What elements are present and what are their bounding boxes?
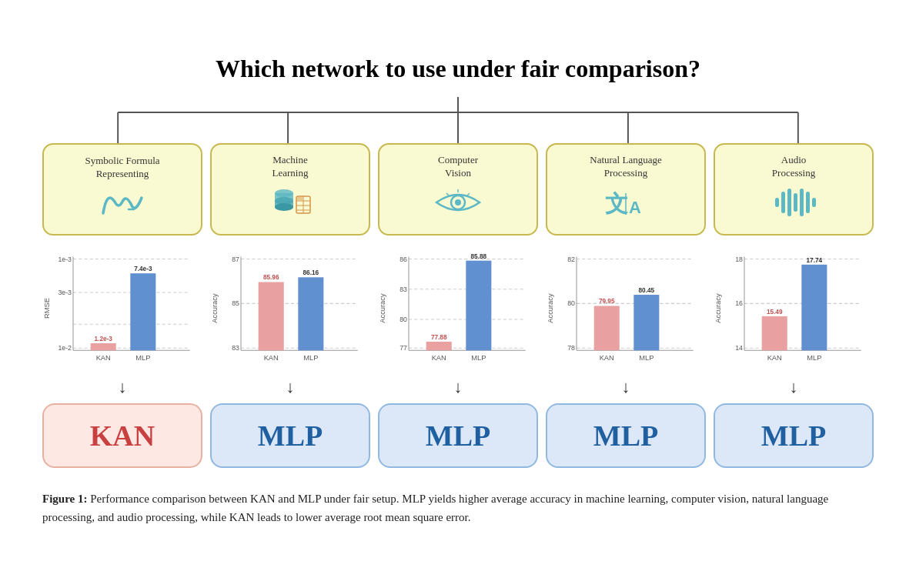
svg-text:17.74: 17.74 <box>807 256 823 263</box>
svg-text:18: 18 <box>735 255 743 262</box>
mlp-bar-1 <box>130 273 155 350</box>
mlp-bar-3 <box>466 260 491 350</box>
category-audio-title: AudioProcessing <box>772 154 815 180</box>
results-row: KAN MLP MLP MLP MLP <box>42 403 874 468</box>
svg-text:85: 85 <box>232 299 239 307</box>
symbolic-icon <box>99 186 145 223</box>
category-nlp-title: Natural LanguageProcessing <box>590 154 661 180</box>
chart-symbolic: RMSE 1e-3 3e-3 1e-2 <box>42 245 202 368</box>
svg-text:文: 文 <box>605 191 628 216</box>
chart-audio: Accuracy 18 16 14 15.49 17.74 KAN MLP <box>714 245 874 368</box>
category-symbolic-title: Symbolic FormulaRepresenting <box>85 155 159 181</box>
svg-text:KAN: KAN <box>600 353 614 361</box>
svg-text:15.49: 15.49 <box>767 308 783 315</box>
main-title: Which network to use under fair comparis… <box>42 55 874 83</box>
svg-text:79.95: 79.95 <box>599 298 615 305</box>
svg-text:Accuracy: Accuracy <box>547 293 554 323</box>
chart-cv: Accuracy 86 83 80 77 77.88 85.88 <box>378 245 538 368</box>
svg-text:16: 16 <box>735 299 743 307</box>
chart-nlp: Accuracy 82 80 78 79.95 80.45 KAN MLP <box>546 245 706 368</box>
svg-text:1e-2: 1e-2 <box>58 344 72 352</box>
svg-text:MLP: MLP <box>807 353 821 361</box>
kan-bar-4 <box>594 306 620 350</box>
chart-ml: Accuracy 87 85 83 85.96 86.16 KAN MLP <box>210 245 370 368</box>
result-mlp-2: MLP <box>378 403 538 468</box>
svg-text:KAN: KAN <box>264 353 279 361</box>
svg-text:1.2e-3: 1.2e-3 <box>95 335 113 342</box>
svg-rect-29 <box>794 193 797 212</box>
svg-text:85.96: 85.96 <box>263 274 279 281</box>
caption-text: Performance comparison between KAN and M… <box>42 493 828 523</box>
svg-text:1e-3: 1e-3 <box>58 255 72 262</box>
svg-rect-26 <box>775 198 779 207</box>
svg-text:77: 77 <box>399 344 407 352</box>
kan-bar-2 <box>259 282 284 350</box>
svg-rect-17 <box>297 197 303 200</box>
charts-row: RMSE 1e-3 3e-3 1e-2 <box>42 245 874 368</box>
mlp-bar-4 <box>634 295 659 350</box>
svg-text:RMSE: RMSE <box>43 298 51 319</box>
arrow-2: ↓ <box>210 377 370 397</box>
svg-rect-32 <box>812 198 816 207</box>
svg-text:Accuracy: Accuracy <box>714 293 722 323</box>
result-kan: KAN <box>42 403 202 468</box>
category-cv-title: ComputerVision <box>438 154 478 180</box>
svg-text:3e-3: 3e-3 <box>58 289 72 296</box>
svg-text:80: 80 <box>399 316 407 323</box>
kan-bar-5 <box>762 316 787 349</box>
svg-text:87: 87 <box>232 255 239 262</box>
svg-text:82: 82 <box>567 255 575 262</box>
svg-rect-31 <box>806 192 810 213</box>
svg-text:KAN: KAN <box>96 353 111 361</box>
svg-text:MLP: MLP <box>471 353 486 361</box>
svg-text:14: 14 <box>735 344 743 352</box>
categories-row: Symbolic FormulaRepresenting MachineLear… <box>42 143 874 236</box>
svg-line-21 <box>446 193 449 195</box>
svg-text:Accuracy: Accuracy <box>211 293 219 323</box>
category-symbolic: Symbolic FormulaRepresenting <box>42 143 202 236</box>
svg-text:Accuracy: Accuracy <box>379 293 386 323</box>
svg-text:80: 80 <box>567 299 575 307</box>
figure-caption: Figure 1: Performance comparison between… <box>42 489 874 526</box>
result-mlp-3: MLP <box>546 403 706 468</box>
svg-text:83: 83 <box>232 344 239 352</box>
svg-point-11 <box>275 203 293 211</box>
arrow-1: ↓ <box>42 377 202 397</box>
svg-text:83: 83 <box>399 285 407 292</box>
arrow-4: ↓ <box>546 377 706 397</box>
svg-text:A: A <box>629 198 641 217</box>
svg-text:85.88: 85.88 <box>471 252 487 259</box>
category-ml: MachineLearning <box>210 143 370 236</box>
arrow-3: ↓ <box>378 377 538 397</box>
category-cv: ComputerVision <box>378 143 538 236</box>
svg-text:MLP: MLP <box>639 353 654 361</box>
svg-text:80.45: 80.45 <box>639 286 655 293</box>
main-container: Which network to use under fair comparis… <box>19 39 897 550</box>
svg-text:MLP: MLP <box>303 353 318 361</box>
kan-bar-1 <box>91 343 116 350</box>
nlp-icon: 文 A <box>603 185 649 224</box>
svg-text:86: 86 <box>399 255 407 262</box>
svg-point-19 <box>455 199 461 205</box>
svg-rect-30 <box>800 189 804 216</box>
mlp-bar-2 <box>298 277 323 350</box>
audio-icon <box>769 185 818 224</box>
tree-connector <box>42 97 874 143</box>
caption-label: Figure 1: <box>42 493 87 505</box>
cv-icon <box>433 185 483 224</box>
svg-line-22 <box>467 193 470 195</box>
svg-rect-28 <box>787 189 791 216</box>
mlp-bar-5 <box>801 264 827 349</box>
kan-bar-3 <box>426 341 452 349</box>
svg-text:78: 78 <box>567 344 575 352</box>
category-ml-title: MachineLearning <box>272 154 309 180</box>
svg-text:86.16: 86.16 <box>303 269 319 276</box>
arrows-row: ↓ ↓ ↓ ↓ ↓ <box>42 377 874 397</box>
result-mlp-1: MLP <box>210 403 370 468</box>
arrow-5: ↓ <box>714 377 874 397</box>
svg-rect-27 <box>781 192 785 213</box>
svg-text:MLP: MLP <box>135 353 150 361</box>
ml-icon <box>267 185 313 224</box>
category-nlp: Natural LanguageProcessing 文 A <box>546 143 706 236</box>
svg-text:7.4e-3: 7.4e-3 <box>134 266 152 272</box>
